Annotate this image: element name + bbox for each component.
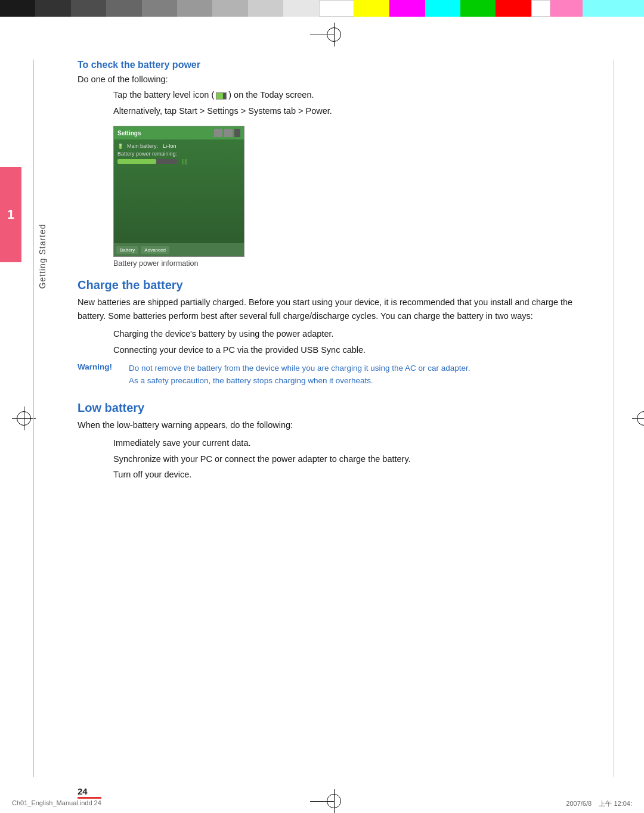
check-battery-intro: Do one of the following: (78, 73, 596, 86)
check-battery-section: To check the battery power Do one of the… (78, 60, 596, 268)
low-battery-step1: Immediately save your current data. (113, 436, 596, 449)
screenshot-btn-advanced: Advanced (141, 246, 169, 254)
bottom-meta: Ch01_English_Manual.indd 24 2007/6/8 上午 … (0, 799, 644, 808)
low-battery-intro: When the low-battery warning appears, do… (78, 418, 596, 432)
screenshot-power-label: Battery power remaining: (117, 151, 177, 157)
page-number: 24 (78, 786, 88, 796)
chapter-tab: 1 (0, 167, 21, 262)
sidebar-label: Getting Started (33, 191, 51, 322)
low-battery-section: Low battery When the low-battery warning… (78, 401, 596, 482)
warning-box: Warning! Do not remove the battery from … (78, 362, 596, 387)
charge-battery-section: Charge the battery New batteries are shi… (78, 278, 596, 386)
warning-label: Warning! (78, 362, 119, 387)
screenshot-caption: Battery power information (113, 259, 596, 268)
page-footer: 24 (78, 786, 596, 796)
low-battery-heading: Low battery (78, 401, 596, 415)
charge-battery-body: New batteries are shipped partially char… (78, 296, 596, 322)
check-battery-step1: Tap the battery level icon () on the Tod… (113, 88, 596, 101)
color-bar (0, 0, 644, 17)
left-border (33, 60, 34, 777)
screenshot-main-battery-label: Main battery: (127, 143, 158, 149)
check-battery-heading: To check the battery power (78, 60, 596, 70)
chapter-number: 1 (7, 207, 14, 222)
check-battery-step2: Alternatively, tap Start > Settings > Sy… (113, 104, 596, 117)
date-info: 2007/6/8 上午 12:04: (566, 799, 632, 808)
warning-line1: Do not remove the battery from the devic… (129, 362, 470, 374)
warning-line2: As a safety precaution, the battery stop… (129, 375, 470, 387)
charge-battery-heading: Charge the battery (78, 278, 596, 292)
battery-screenshot: Settings 🔋 Main battery: Li-Ion (113, 126, 244, 257)
screenshot-main-battery-value: Li-Ion (163, 143, 177, 149)
screenshot-btn-battery: Battery (116, 246, 138, 254)
main-content: To check the battery power Do one of the… (78, 60, 596, 777)
file-info: Ch01_English_Manual.indd 24 (12, 799, 101, 808)
low-battery-step3: Turn off your device. (113, 468, 596, 481)
right-border (614, 60, 614, 777)
page-number-line (78, 797, 101, 799)
screenshot-title: Settings (117, 130, 141, 136)
charge-step2: Connecting your device to a PC via the p… (113, 343, 596, 356)
low-battery-step2: Synchronize with your PC or connect the … (113, 452, 596, 466)
charge-step1: Charging the device's battery by using t… (113, 327, 596, 340)
